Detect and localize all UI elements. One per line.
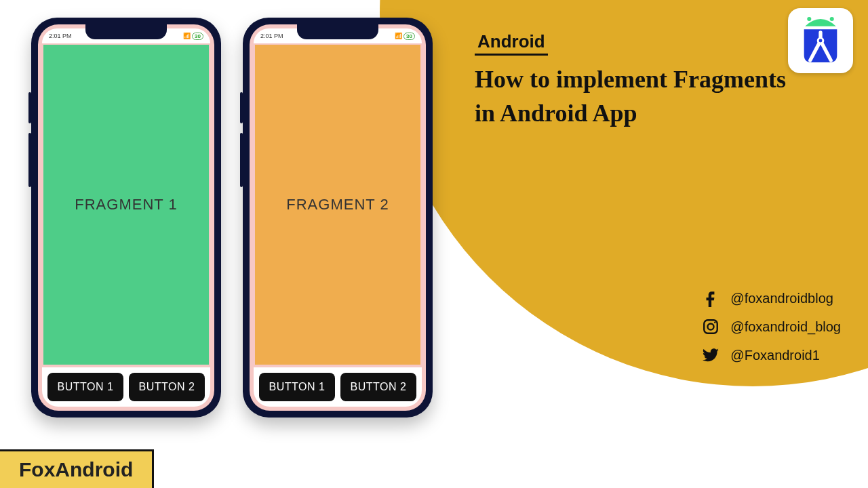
- button-row: BUTTON 1 BUTTON 2: [254, 367, 422, 407]
- status-time: 2:01 PM: [49, 33, 72, 39]
- instagram-handle: @foxandroid_blog: [730, 319, 841, 335]
- title-block: Android How to implement Fragments in An…: [475, 31, 786, 131]
- battery-level: 30: [192, 33, 203, 40]
- instagram-icon: [701, 317, 721, 337]
- button-2[interactable]: BUTTON 2: [129, 373, 205, 401]
- title-line-2: in Android App: [475, 96, 786, 130]
- social-instagram[interactable]: @foxandroid_blog: [701, 317, 841, 337]
- status-time: 2:01 PM: [260, 33, 283, 39]
- status-right: 📶 30: [395, 33, 415, 40]
- social-facebook[interactable]: @foxandroidblog: [701, 288, 841, 308]
- button-1[interactable]: BUTTON 1: [259, 373, 335, 401]
- battery-level: 30: [403, 33, 415, 40]
- facebook-handle: @foxandroidblog: [730, 291, 833, 306]
- twitter-icon: [701, 345, 721, 365]
- signal-icon: 📶: [395, 33, 402, 39]
- phone-1: 2:01 PM 📶 30 FRAGMENT 1 BUTTON 1 BUTTON …: [31, 18, 221, 418]
- fragment-label: FRAGMENT 2: [286, 196, 389, 214]
- button-2[interactable]: BUTTON 2: [340, 373, 416, 401]
- phone-mockups: 2:01 PM 📶 30 FRAGMENT 1 BUTTON 1 BUTTON …: [31, 18, 433, 418]
- social-links: @foxandroidblog @foxandroid_blog @Foxand…: [701, 288, 841, 373]
- signal-icon: 📶: [183, 33, 191, 39]
- facebook-icon: [701, 288, 721, 308]
- brand-badge: FoxAndroid: [0, 449, 154, 488]
- button-row: BUTTON 1 BUTTON 2: [42, 367, 210, 407]
- button-1[interactable]: BUTTON 1: [47, 373, 123, 401]
- social-twitter[interactable]: @Foxandroid1: [701, 345, 841, 365]
- svg-point-3: [819, 39, 823, 43]
- phone-2: 2:01 PM 📶 30 FRAGMENT 2 BUTTON 1 BUTTON …: [243, 18, 433, 418]
- phone-notch: [85, 24, 167, 39]
- title-line-1: How to implement Fragments: [475, 62, 786, 96]
- phone-1-screen: 2:01 PM 📶 30 FRAGMENT 1 BUTTON 1 BUTTON …: [38, 24, 214, 411]
- twitter-handle: @Foxandroid1: [730, 348, 819, 363]
- title-category: Android: [475, 31, 548, 56]
- fragment-area: FRAGMENT 1: [43, 45, 209, 365]
- svg-point-5: [708, 323, 714, 329]
- status-right: 📶 30: [183, 33, 203, 40]
- phone-notch: [297, 24, 378, 39]
- fragment-area: FRAGMENT 2: [255, 45, 420, 365]
- android-studio-icon: [788, 8, 853, 73]
- svg-point-1: [830, 17, 834, 21]
- fragment-label: FRAGMENT 1: [75, 196, 177, 214]
- svg-point-0: [807, 17, 811, 21]
- svg-point-6: [714, 321, 716, 323]
- phone-2-screen: 2:01 PM 📶 30 FRAGMENT 2 BUTTON 1 BUTTON …: [250, 24, 426, 411]
